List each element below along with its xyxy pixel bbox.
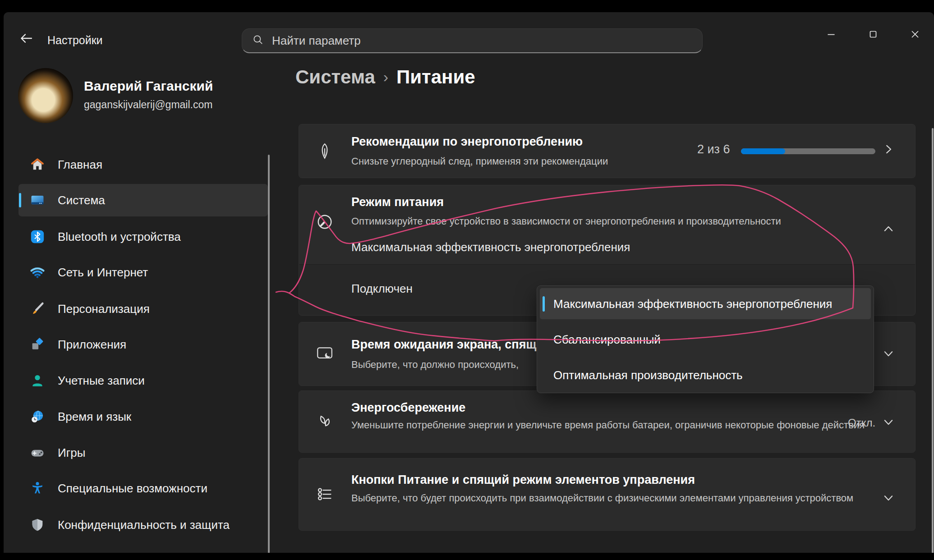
home-icon: [30, 157, 45, 172]
card-title: Режим питания: [351, 195, 444, 209]
maximize-icon: [867, 28, 879, 42]
time-language-icon: [30, 409, 45, 424]
personalization-icon: [30, 301, 45, 317]
back-button[interactable]: [16, 29, 36, 49]
leaf-icon: [315, 142, 334, 161]
card-subtitle: Оптимизируйте свое устройство в зависимо…: [351, 213, 781, 230]
breadcrumb-separator: ›: [383, 68, 388, 85]
sidebar-item-label: Конфиденциальность и защита: [58, 518, 230, 532]
selected-accent-pill: [543, 296, 545, 312]
page-title: Питание: [396, 66, 475, 87]
sidebar-item-bluetooth[interactable]: Bluetooth и устройства: [18, 220, 268, 253]
avatar: [18, 68, 73, 123]
card-subtitle: Выберите, что должно происходить,: [351, 357, 519, 373]
energy-saver-card[interactable]: Энергосбережение Уменьшите потребление э…: [299, 390, 916, 453]
sidebar-item-label: Сеть и Интернет: [58, 266, 148, 280]
sidebar-item-windows-update[interactable]: Центр обновления Windows: [18, 544, 268, 553]
sidebar-item-accounts[interactable]: Учетные записи: [18, 364, 268, 397]
sidebar-item-label: Специальные возможности: [58, 482, 207, 496]
sidebar-item-label: Bluetooth и устройства: [58, 230, 181, 244]
dropdown-option-label: Максимальная эффективность энергопотребл…: [553, 297, 832, 311]
sidebar-item-network[interactable]: Сеть и Интернет: [18, 256, 268, 289]
power-mode-current-value: Максимальная эффективность энергопотребл…: [351, 240, 630, 254]
power-mode-dropdown-flyout: Максимальная эффективность энергопотребл…: [537, 285, 874, 393]
breadcrumb-parent[interactable]: Система: [295, 66, 375, 87]
sidebar-item-label: Время и язык: [58, 410, 131, 424]
screen-moon-icon: [315, 344, 334, 363]
dropdown-option-1-selected[interactable]: Максимальная эффективность энергопотребл…: [537, 286, 874, 321]
card-subtitle: Снизьте углеродный след, применяя эти ре…: [351, 153, 608, 170]
sidebar-item-home[interactable]: Главная: [18, 148, 268, 181]
sidebar-item-label: Главная: [58, 158, 102, 172]
app-title: Настройки: [47, 34, 103, 47]
card-title: Время ожидания экрана, спяще: [351, 338, 543, 352]
settings-screen: Настройки Валерий Гаганский gaganskijval…: [0, 0, 934, 560]
chevron-down-icon[interactable]: [882, 491, 895, 505]
card-subtitle: Уменьшите потребление энергии и увеличьт…: [351, 417, 897, 433]
sidebar-item-label: Приложения: [58, 338, 126, 352]
chevron-down-icon[interactable]: [882, 347, 895, 360]
card-subtitle: Выберите, что будет происходить при взаи…: [351, 490, 915, 506]
sidebar-item-label: Персонализация: [58, 302, 150, 316]
dropdown-option-label: Оптимальная производительность: [553, 368, 743, 382]
bluetooth-icon: [30, 229, 45, 244]
accounts-icon: [30, 373, 45, 388]
breadcrumb: Система›Питание: [295, 66, 475, 88]
user-email: gaganskijvalerij@gmail.com: [84, 99, 212, 111]
minimize-button[interactable]: [817, 24, 845, 46]
sidebar-item-label: Игры: [58, 446, 85, 460]
chevron-up-icon[interactable]: [882, 222, 895, 236]
sidebar-item-gaming[interactable]: Игры: [18, 436, 268, 469]
energy-recommendations-card[interactable]: Рекомендации по энергопотреблению Снизьт…: [299, 124, 916, 178]
dropdown-option-label: Сбалансированный: [553, 332, 661, 346]
sidebar-item-privacy[interactable]: Конфиденциальность и защита: [18, 509, 268, 541]
dropdown-option-2[interactable]: Сбалансированный: [537, 321, 874, 357]
accessibility-icon: [30, 481, 45, 496]
sidebar-item-label: Учетные записи: [58, 374, 145, 388]
sidebar-scrollbar[interactable]: [268, 155, 270, 553]
sidebar-item-personalization[interactable]: Персонализация: [18, 293, 268, 325]
main-scrollbar[interactable]: [932, 128, 934, 553]
system-icon: [30, 193, 45, 208]
search-input[interactable]: [271, 33, 670, 48]
gauge-icon: [315, 212, 334, 231]
sidebar-item-accessibility[interactable]: Специальные возможности: [18, 472, 268, 505]
dropdown-option-3[interactable]: Оптимальная производительность: [537, 357, 874, 393]
chevron-down-icon[interactable]: [882, 415, 895, 429]
apps-icon: [30, 337, 45, 352]
sidebar-item-apps[interactable]: Приложения: [18, 328, 268, 361]
energy-leaf-icon: [315, 413, 334, 431]
close-button[interactable]: [901, 24, 929, 46]
selected-accent-pill: [19, 193, 21, 207]
card-title: Кнопки Питание и спящий режим элементов …: [351, 473, 695, 487]
progress-label: 2 из 6: [697, 142, 730, 156]
sidebar-item-label: Система: [58, 193, 105, 207]
search-box[interactable]: [242, 28, 703, 53]
user-name: Валерий Гаганский: [84, 78, 213, 94]
minimize-icon: [825, 28, 837, 42]
games-icon: [30, 445, 45, 460]
progress-bar: [741, 148, 875, 154]
sidebar-item-time-language[interactable]: Время и язык: [18, 400, 268, 433]
maximize-button[interactable]: [859, 24, 887, 46]
card-title: Энергосбережение: [351, 401, 465, 415]
back-arrow-icon: [19, 31, 33, 47]
progress-fill: [741, 148, 785, 154]
chevron-right-icon[interactable]: [882, 142, 895, 156]
search-icon: [242, 34, 264, 47]
privacy-icon: [30, 517, 45, 532]
energy-saver-status: Откл.: [848, 417, 875, 429]
close-icon: [909, 28, 921, 42]
power-buttons-card[interactable]: Кнопки Питание и спящий режим элементов …: [299, 458, 916, 531]
network-icon: [30, 265, 45, 280]
sidebar-item-system[interactable]: Система: [18, 184, 268, 216]
card-title: Рекомендации по энергопотреблению: [351, 135, 583, 149]
controls-sliders-icon: [315, 485, 334, 504]
profile-block[interactable]: Валерий Гаганский gaganskijvalerij@gmail…: [4, 62, 270, 129]
settings-window: Настройки Валерий Гаганский gaganskijval…: [4, 12, 934, 553]
plugged-in-label: Подключен: [351, 282, 413, 296]
